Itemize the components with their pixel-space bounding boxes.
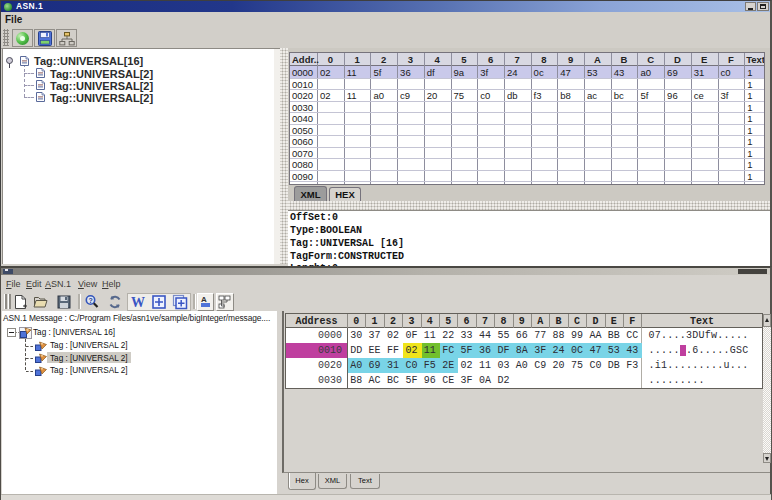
svg-text:A: A	[201, 295, 207, 304]
svg-text:W: W	[131, 295, 145, 310]
svg-text:?: ?	[89, 297, 93, 304]
